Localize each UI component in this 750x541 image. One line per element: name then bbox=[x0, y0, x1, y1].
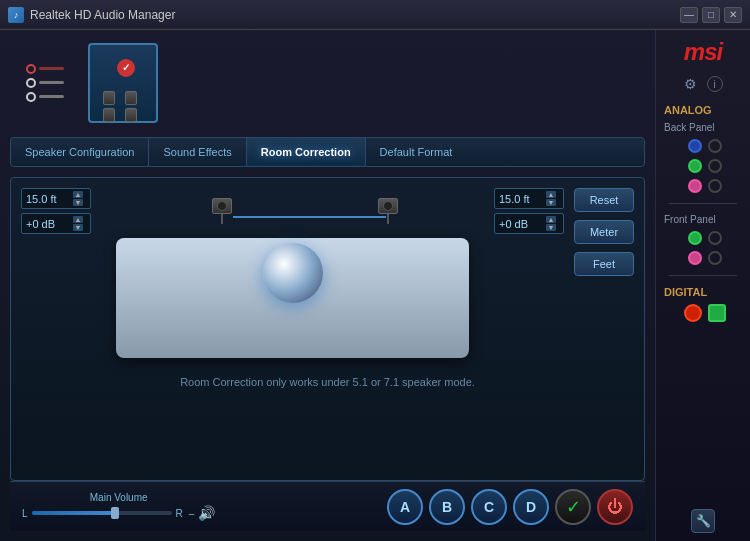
sidebar-icon-row: ⚙ i bbox=[684, 76, 723, 92]
left-db-down[interactable]: ▼ bbox=[73, 224, 83, 231]
sidebar-divider1 bbox=[669, 203, 738, 204]
title-bar: ♪ Realtek HD Audio Manager — □ ✕ bbox=[0, 0, 750, 30]
room-table bbox=[116, 238, 469, 358]
right-distance-input[interactable] bbox=[499, 193, 544, 205]
jack-empty-back3[interactable] bbox=[708, 179, 722, 193]
meter-button[interactable]: Meter bbox=[574, 220, 634, 244]
power-button[interactable]: ⏻ bbox=[597, 489, 633, 525]
left-db-up[interactable]: ▲ bbox=[73, 216, 83, 223]
jack-digital-green[interactable] bbox=[708, 304, 726, 322]
front-panel-jacks-row2 bbox=[684, 251, 722, 265]
device-icons-bar: ✓ bbox=[10, 40, 645, 125]
right-channel-label: R bbox=[176, 508, 183, 519]
right-db-down[interactable]: ▼ bbox=[546, 224, 556, 231]
settings-icon: 🔧 bbox=[696, 514, 711, 528]
left-distance-spinner: ▲ ▼ bbox=[73, 191, 83, 206]
volume-label: Main Volume bbox=[90, 492, 148, 503]
left-db-input[interactable] bbox=[26, 218, 71, 230]
info-icon[interactable]: i bbox=[707, 76, 723, 92]
left-db-spinner: ▲ ▼ bbox=[73, 216, 83, 231]
back-panel-jacks-row1 bbox=[684, 139, 722, 153]
wire-red bbox=[26, 64, 64, 74]
speaker-img: ✓ bbox=[99, 55, 147, 111]
jack-digital-red[interactable] bbox=[684, 304, 702, 322]
minimize-button[interactable]: — bbox=[680, 7, 698, 23]
volume-icon[interactable]: 🔊 bbox=[198, 505, 215, 521]
wire-line-red bbox=[39, 67, 64, 70]
volume-dash: – bbox=[189, 508, 195, 519]
right-db-up[interactable]: ▲ bbox=[546, 216, 556, 223]
reset-button[interactable]: Reset bbox=[574, 188, 634, 212]
jack-empty-front1[interactable] bbox=[708, 231, 722, 245]
analog-label: ANALOG bbox=[660, 104, 712, 116]
speaker-grid bbox=[99, 87, 147, 126]
msi-logo: msi bbox=[684, 38, 722, 66]
left-distance-down[interactable]: ▼ bbox=[73, 199, 83, 206]
wire-wht2 bbox=[26, 92, 64, 102]
gear-icon[interactable]: ⚙ bbox=[684, 76, 697, 92]
left-distance-up[interactable]: ▲ bbox=[73, 191, 83, 198]
spk-2 bbox=[125, 91, 137, 105]
wire-icon bbox=[22, 56, 68, 110]
left-content: ✓ Speaker Configuration Sound Effects Ro… bbox=[0, 30, 655, 541]
window-controls: — □ ✕ bbox=[680, 7, 742, 23]
volume-thumb[interactable] bbox=[111, 507, 119, 519]
back-panel-jacks-row3 bbox=[684, 179, 722, 193]
app-title: Realtek HD Audio Manager bbox=[30, 8, 680, 22]
jack-empty-front2[interactable] bbox=[708, 251, 722, 265]
tab-room-correction[interactable]: Room Correction bbox=[247, 138, 366, 166]
jack-blue-back[interactable] bbox=[688, 139, 702, 153]
room-visualization bbox=[101, 188, 484, 368]
tab-bar: Speaker Configuration Sound Effects Room… bbox=[10, 137, 645, 167]
app-icon: ♪ bbox=[8, 7, 24, 23]
back-panel-label: Back Panel bbox=[660, 122, 715, 133]
right-distance-up[interactable]: ▲ bbox=[546, 191, 556, 198]
jack-empty-back1[interactable] bbox=[708, 139, 722, 153]
wire-wht1 bbox=[26, 78, 64, 88]
close-button[interactable]: ✕ bbox=[724, 7, 742, 23]
room-correction-panel: ▲ ▼ ▲ ▼ bbox=[10, 177, 645, 481]
tab-sound-effects[interactable]: Sound Effects bbox=[149, 138, 246, 166]
spk-3 bbox=[103, 108, 115, 122]
back-panel-jacks-row2 bbox=[684, 159, 722, 173]
right-db-box: ▲ ▼ bbox=[494, 213, 564, 234]
digital-label: DIGITAL bbox=[660, 286, 707, 298]
jack-pink-front[interactable] bbox=[688, 251, 702, 265]
settings-button[interactable]: 🔧 bbox=[691, 509, 715, 533]
maximize-button[interactable]: □ bbox=[702, 7, 720, 23]
sidebar-divider2 bbox=[669, 275, 738, 276]
circle-btn-a[interactable]: A bbox=[387, 489, 423, 525]
check-button[interactable]: ✓ bbox=[555, 489, 591, 525]
jack-green-front[interactable] bbox=[688, 231, 702, 245]
tab-default-format[interactable]: Default Format bbox=[366, 138, 467, 166]
circle-btn-d[interactable]: D bbox=[513, 489, 549, 525]
right-distance-down[interactable]: ▼ bbox=[546, 199, 556, 206]
action-buttons: Reset Meter Feet bbox=[574, 188, 634, 276]
jack-pink-back[interactable] bbox=[688, 179, 702, 193]
main-container: ✓ Speaker Configuration Sound Effects Ro… bbox=[0, 30, 750, 541]
device-wires-item[interactable] bbox=[10, 43, 80, 123]
circle-btn-c[interactable]: C bbox=[471, 489, 507, 525]
jack-green-back[interactable] bbox=[688, 159, 702, 173]
info-text: Room Correction only works under 5.1 or … bbox=[21, 376, 634, 388]
left-channel-label: L bbox=[22, 508, 28, 519]
device-speaker-item[interactable]: ✓ bbox=[88, 43, 158, 123]
wire-line-wht1 bbox=[39, 81, 64, 84]
measurement-area: ▲ ▼ ▲ ▼ bbox=[21, 188, 634, 368]
volume-slider[interactable] bbox=[32, 511, 172, 515]
volume-fill bbox=[32, 511, 116, 515]
right-db-input[interactable] bbox=[499, 218, 544, 230]
room-speaker-left bbox=[211, 198, 233, 226]
wire-circle-red bbox=[26, 64, 36, 74]
tab-speaker-configuration[interactable]: Speaker Configuration bbox=[11, 138, 149, 166]
left-distance-input[interactable] bbox=[26, 193, 71, 205]
power-icon: ⏻ bbox=[607, 498, 623, 516]
right-sidebar: msi ⚙ i ANALOG Back Panel Front Panel bbox=[655, 30, 750, 541]
circle-btn-b[interactable]: B bbox=[429, 489, 465, 525]
front-panel-label: Front Panel bbox=[660, 214, 716, 225]
slider-row: L R – 🔊 bbox=[22, 505, 215, 521]
feet-button[interactable]: Feet bbox=[574, 252, 634, 276]
room-ball bbox=[263, 243, 323, 303]
circle-buttons: A B C D ✓ ⏻ bbox=[387, 489, 633, 525]
jack-empty-back2[interactable] bbox=[708, 159, 722, 173]
